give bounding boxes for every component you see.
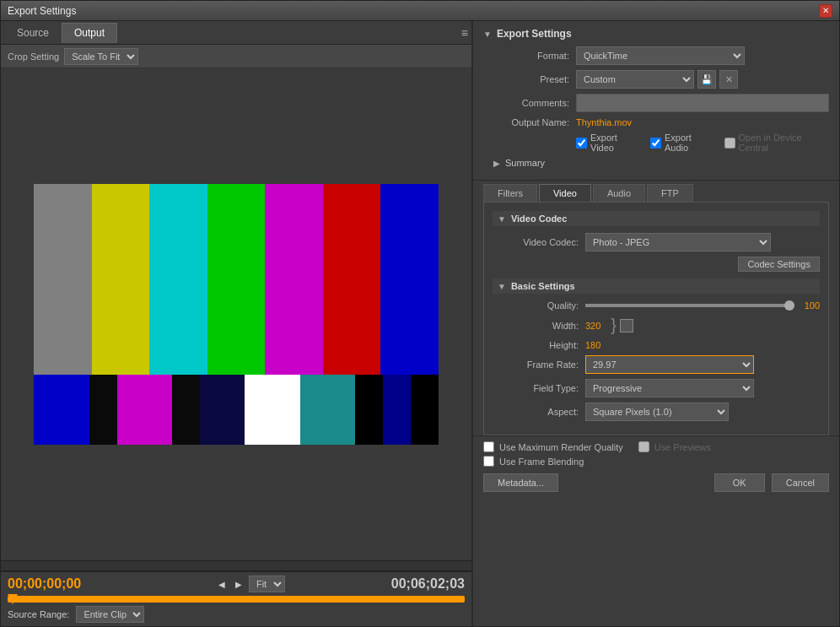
crop-label: Crop Setting [8, 51, 59, 62]
right-panel: ▼ Export Settings Format: QuickTime [473, 21, 839, 626]
timecode-right: 00;06;02;03 [391, 576, 465, 592]
save-preset-button[interactable]: 💾 [697, 70, 716, 89]
summary-arrow[interactable]: ▶ [493, 159, 500, 168]
cancel-button[interactable]: Cancel [772, 473, 829, 492]
codec-collapse-arrow[interactable]: ▼ [498, 214, 506, 224]
timecode-left: 00;00;00;00 [8, 576, 109, 592]
format-dropdown[interactable]: QuickTime [576, 46, 745, 65]
max-render-label: Use Maximum Render Quality [499, 442, 623, 452]
comments-control [576, 94, 829, 112]
bar-b1 [34, 375, 89, 446]
basic-settings-section: ▼ Basic Settings Quality: 100 [493, 278, 820, 421]
crop-bar: Crop Setting Scale To Fit [1, 45, 471, 68]
aspect-dropdown[interactable]: Square Pixels (1.0) [585, 403, 729, 421]
action-buttons: Metadata... OK Cancel [483, 473, 829, 492]
next-frame-button[interactable]: ▶ [232, 577, 245, 591]
aspect-control: Square Pixels (1.0) [585, 403, 820, 421]
sub-tabs: Filters Video Audio FTP [483, 184, 829, 202]
tab-ftp[interactable]: FTP [647, 184, 693, 202]
frame-rate-row: Frame Rate: 29.97 [493, 355, 820, 374]
max-render-checkbox[interactable] [483, 441, 494, 452]
source-range-bar: Source Range: Entire Clip [8, 606, 465, 623]
bar-b3 [117, 375, 173, 446]
bar-b10 [411, 375, 439, 446]
export-checkboxes: Export Video Export Audio Open in Device… [576, 132, 829, 153]
bar-b7 [300, 375, 356, 446]
left-panel: Source Output ≡ Crop Setting Scale To Fi… [1, 21, 473, 626]
tab-output[interactable]: Output [62, 23, 117, 43]
source-range-select[interactable]: Entire Clip [76, 606, 144, 623]
video-codec-label: Video Codec: [493, 237, 585, 247]
metadata-button[interactable]: Metadata... [483, 473, 558, 492]
basic-settings-title: Basic Settings [511, 281, 575, 291]
tab-content: ▼ Video Codec Video Codec: Photo - JPEG [483, 202, 829, 435]
export-audio-label: Export Audio [665, 132, 714, 153]
codec-settings-button[interactable]: Codec Settings [738, 257, 820, 272]
tab-audio[interactable]: Audio [593, 184, 645, 202]
width-label: Width: [493, 321, 585, 331]
frame-blending-checkbox[interactable] [483, 456, 494, 467]
preview-area [1, 68, 471, 560]
timeline-slider[interactable] [8, 596, 465, 603]
basic-collapse-arrow[interactable]: ▼ [498, 282, 506, 291]
fit-select[interactable]: Fit [249, 576, 285, 592]
output-name-link[interactable]: Thynthia.mov [576, 117, 632, 127]
export-audio-item: Export Audio [650, 132, 714, 153]
frame-rate-dropdown[interactable]: 29.97 [585, 355, 754, 374]
comments-input[interactable] [576, 94, 829, 112]
video-codec-dropdown[interactable]: Photo - JPEG [585, 233, 771, 251]
preset-control: Custom 💾 ✕ [576, 70, 829, 89]
bar-green [207, 184, 266, 375]
time-controls: 00;00;00;00 ◀ ▶ Fit 00;06;02;03 [8, 576, 465, 592]
bar-b2 [89, 375, 117, 446]
color-bars [34, 184, 439, 446]
codec-section: ▼ Video Codec Video Codec: Photo - JPEG [493, 211, 820, 272]
ok-button[interactable]: OK [714, 473, 765, 492]
menu-icon[interactable]: ≡ [461, 26, 468, 40]
export-video-item: Export Video [576, 132, 640, 153]
playback-controls: ◀ ▶ Fit [215, 576, 285, 592]
bar-b9 [383, 375, 411, 446]
output-name-row: Output Name: Thynthia.mov [483, 117, 829, 127]
dialog-title: Export Settings [8, 5, 76, 17]
video-codec-row: Video Codec: Photo - JPEG [493, 233, 820, 251]
timeline-marker [8, 594, 18, 604]
export-settings-header: ▼ Export Settings [483, 28, 829, 40]
tab-filters[interactable]: Filters [483, 184, 537, 202]
aspect-label: Aspect: [493, 407, 585, 417]
video-codec-control: Photo - JPEG [585, 233, 820, 251]
tab-source[interactable]: Source [4, 23, 62, 43]
comments-label: Comments: [483, 98, 576, 108]
prev-frame-button[interactable]: ◀ [215, 577, 229, 591]
tab-video[interactable]: Video [539, 184, 591, 202]
comments-row: Comments: [483, 94, 829, 112]
horizontal-scrollbar[interactable] [1, 560, 471, 570]
video-codec-title: Video Codec [511, 214, 567, 224]
close-button[interactable]: ✕ [819, 4, 832, 18]
export-video-label: Export Video [590, 132, 640, 153]
preset-dropdown[interactable]: Custom [576, 70, 694, 89]
open-device-checkbox[interactable] [724, 138, 735, 149]
export-video-checkbox[interactable] [576, 138, 587, 149]
output-name-control: Thynthia.mov [576, 117, 829, 127]
summary-row: ▶ Summary [493, 158, 829, 168]
field-type-dropdown[interactable]: Progressive [585, 379, 754, 397]
summary-label: Summary [505, 158, 545, 168]
aspect-lock-box[interactable] [620, 319, 633, 332]
bar-blue [380, 184, 439, 375]
right-panel-wrapper: ▼ Export Settings Format: QuickTime [473, 21, 839, 626]
bar-b6 [245, 375, 300, 446]
bar-b4 [172, 375, 200, 446]
delete-preset-button[interactable]: ✕ [719, 70, 738, 89]
collapse-arrow[interactable]: ▼ [483, 30, 492, 39]
use-previews-checkbox[interactable] [638, 441, 649, 452]
quality-control: 100 [585, 300, 820, 311]
frame-blending-row: Use Frame Blending [483, 456, 829, 467]
quality-slider[interactable] [585, 304, 794, 307]
frame-blending-label: Use Frame Blending [499, 457, 584, 467]
export-audio-checkbox[interactable] [650, 138, 661, 149]
link-bracket: } [611, 316, 617, 335]
timeline-area: 00;00;00;00 ◀ ▶ Fit 00;06;02;03 Source R… [1, 570, 471, 626]
source-range-label: Source Range: [8, 609, 69, 619]
crop-select[interactable]: Scale To Fit [64, 48, 138, 65]
